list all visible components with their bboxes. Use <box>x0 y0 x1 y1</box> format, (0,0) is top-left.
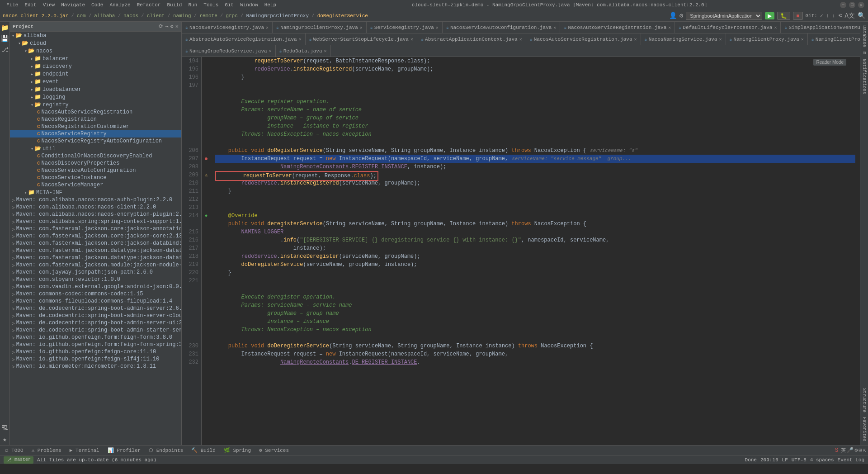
tree-item-maven19[interactable]: ▷Maven: de.codecentric:spring-boot-admin… <box>10 327 181 334</box>
tree-item-maven9[interactable]: ▷Maven: com.fasterxml.jackson.datatype:j… <box>10 254 181 261</box>
expand-icon[interactable]: ⇱ <box>863 447 866 454</box>
tree-item-maven23[interactable]: ▷Maven: io.github.openfeign:feign-slf4j:… <box>10 356 181 363</box>
tab-tab-row-1-3[interactable]: ☕NacosServiceAutoConfiguration.java✕ <box>443 22 561 33</box>
menu-bar[interactable]: File Edit View Navigate Code Analyze Ref… <box>4 1 279 9</box>
tree-item-maven17[interactable]: ▷Maven: de.codecentric:spring-boot-admin… <box>10 312 181 319</box>
tab-close[interactable]: ✕ <box>634 37 637 42</box>
code-area[interactable]: requestToServer(request, BatchInstanceRe… <box>211 57 860 445</box>
tree-item-endpoint[interactable]: ▸📁endpoint <box>10 70 181 78</box>
menu-code[interactable]: Code <box>89 1 106 9</box>
tab-tab-row-2-2[interactable]: ☕AbstractApplicationContext.java✕ <box>417 33 526 45</box>
tab-tab-row-1-2[interactable]: ☕ServiceRegistry.java✕ <box>367 22 443 33</box>
menu-refactor[interactable]: Refactor <box>134 1 164 9</box>
tab-close[interactable]: ✕ <box>519 37 522 42</box>
tree-item-maven24[interactable]: ▷Maven: io.micrometer:micrometer-core:1.… <box>10 363 181 370</box>
bottom-tab-spring[interactable]: 🌿 Spring <box>220 446 255 454</box>
tab-tab-row-3-1[interactable]: ☕RedoData.java✕ <box>276 45 331 57</box>
tree-item-cloud[interactable]: ▾📂cloud <box>10 39 181 47</box>
breadcrumb-grpc[interactable]: grpc <box>226 13 237 19</box>
tab-close[interactable]: ✕ <box>719 37 722 42</box>
tree-item-maven3[interactable]: ▷Maven: com.alibaba.nacos:nacos-encrypti… <box>10 211 181 218</box>
tree-item-NacosDiscoveryProperties[interactable]: CNacosDiscoveryProperties <box>10 160 181 167</box>
tree-item-discovery[interactable]: ▸📁discovery <box>10 62 181 70</box>
tree-item-maven12[interactable]: ▷Maven: com.stoyanr:evictor:1.0.0 <box>10 276 181 283</box>
maximize-btn[interactable]: □ <box>849 2 855 8</box>
microphone-icon[interactable]: 🎤 <box>847 447 854 454</box>
window-controls[interactable]: ─ □ ✕ <box>840 2 864 8</box>
bottom-tab-endpoints[interactable]: ⬡ Endpoints <box>145 446 187 454</box>
commit-icon[interactable]: 💾 <box>1 34 9 43</box>
menu-navigate[interactable]: Navigate <box>58 1 88 9</box>
menu-view[interactable]: View <box>40 1 57 9</box>
menu-tools[interactable]: Tools <box>201 1 221 9</box>
tree-item-ConditionalOnNacosDiscoveryEnabled[interactable]: CConditionalOnNacosDiscoveryEnabled <box>10 152 181 160</box>
tree-item-NacosAutoServiceRegistration[interactable]: CNacosAutoServiceRegistration <box>10 109 181 116</box>
layout-icon[interactable]: ⊞ <box>859 447 862 454</box>
tree-item-maven8[interactable]: ▷Maven: com.fasterxml.jackson.datatype:j… <box>10 247 181 254</box>
tree-item-loadbalancer[interactable]: ▸📁loadbalancer <box>10 85 181 93</box>
menu-build[interactable]: Build <box>164 1 184 9</box>
tree-item-event[interactable]: ▸📁event <box>10 78 181 85</box>
tree-item-NacosServiceAutoConfiguration[interactable]: CNacosServiceAutoConfiguration <box>10 167 181 174</box>
tab-close[interactable]: ✕ <box>801 37 804 42</box>
tree-item-util[interactable]: ▾📂util <box>10 145 181 152</box>
tree-item-maven1[interactable]: ▷Maven: com.alibaba.nacos:nacos-auth-plu… <box>10 196 181 204</box>
minimize-btn[interactable]: ─ <box>840 2 846 8</box>
event-log-btn[interactable]: Event Log <box>838 457 864 463</box>
structure-icon[interactable]: 🏗 <box>1 424 9 432</box>
breadcrumb-com[interactable]: com <box>77 13 86 19</box>
favorites-side-tab[interactable]: Favorites <box>861 415 867 443</box>
tab-close[interactable]: ✕ <box>668 25 671 30</box>
breadcrumb-method[interactable]: doRegisterService <box>317 13 368 19</box>
database-tab[interactable]: Database <box>861 24 867 49</box>
tree-item-alibaba[interactable]: ▾📂alibaba <box>10 32 181 39</box>
tab-tab-row-1-4[interactable]: ☕NacosAutoServiceRegistration.java✕ <box>560 22 675 33</box>
tree-item-NacosServiceInstance[interactable]: CNacosServiceInstance <box>10 174 181 181</box>
tab-tab-row-1-6[interactable]: ☕SimpleApplicationEventMulticaster.java✕ <box>781 22 868 33</box>
breadcrumb-nacos[interactable]: nacos <box>123 13 138 19</box>
tree-item-maven10[interactable]: ▷Maven: com.fasterxml.jackson.module:jac… <box>10 261 181 269</box>
breadcrumb-alibaba[interactable]: alibaba <box>94 13 115 19</box>
tree-item-maven22[interactable]: ▷Maven: io.github.openfeign:feign-core:1… <box>10 348 181 356</box>
project-icon[interactable]: 📁 <box>1 24 9 32</box>
tree-item-maven2[interactable]: ▷Maven: com.alibaba.nacos:nacos-client:2… <box>10 204 181 211</box>
tree-item-maven4[interactable]: ▷Maven: com.alibaba.spring:spring-contex… <box>10 218 181 225</box>
close-panel-icon[interactable]: ✕ <box>175 23 179 30</box>
sonar-icon[interactable]: S <box>835 447 838 454</box>
tree-item-nacos[interactable]: ▾📂nacos <box>10 47 181 55</box>
tree-item-registry[interactable]: ▾📂registry <box>10 101 181 109</box>
tab-close[interactable]: ✕ <box>774 25 777 30</box>
search-icon[interactable]: 🔍 <box>858 12 865 19</box>
translate-icon[interactable]: A文 <box>845 12 855 20</box>
tab-close[interactable]: ✕ <box>299 37 302 42</box>
breadcrumb-client[interactable]: client <box>147 13 165 19</box>
structure-side-tab[interactable]: Structure <box>861 386 867 414</box>
tab-tab-row-1-0[interactable]: ☕NacosServiceRegistry.java✕ <box>182 22 273 33</box>
bottom-tab-problems[interactable]: ⚠ Problems <box>28 446 65 454</box>
breadcrumb-jar[interactable]: nacos-client-2.2.0.jar <box>3 13 68 19</box>
tree-item-NacosRegistration[interactable]: CNacosRegistration <box>10 116 181 123</box>
tree-item-maven18[interactable]: ▷Maven: de.codecentric:spring-boot-admin… <box>10 319 181 327</box>
tree-item-logging[interactable]: ▸📁logging <box>10 93 181 101</box>
tab-close[interactable]: ✕ <box>436 25 439 30</box>
tree-item-maven13[interactable]: ▷Maven: com.vaadin.external.google:andro… <box>10 283 181 290</box>
tree-item-META-INF[interactable]: ▸📁META-INF <box>10 189 181 196</box>
tab-close[interactable]: ✕ <box>324 48 327 54</box>
bottom-tab-build[interactable]: 🔨 Build <box>188 446 219 454</box>
tab-close[interactable]: ✕ <box>410 37 413 42</box>
tree-item-NacosServiceManager[interactable]: CNacosServiceManager <box>10 181 181 189</box>
close-btn[interactable]: ✕ <box>858 2 864 8</box>
collapse-icon[interactable]: ⇥ <box>165 23 168 30</box>
tree-item-maven7[interactable]: ▷Maven: com.fasterxml.jackson.core:jacks… <box>10 240 181 247</box>
tab-close[interactable]: ✕ <box>269 48 272 54</box>
debug-button[interactable]: 🐛 <box>777 12 790 20</box>
tree-item-maven20[interactable]: ▷Maven: io.github.openfeign.form:feign-f… <box>10 334 181 341</box>
tree-item-maven15[interactable]: ▷Maven: commons-fileupload:commons-fileu… <box>10 298 181 305</box>
tree-item-balancer[interactable]: ▸📁balancer <box>10 55 181 62</box>
settings-icon-bottom[interactable]: ⚙ <box>854 447 858 454</box>
tab-close[interactable]: ✕ <box>553 25 556 30</box>
tab-tab-row-1-1[interactable]: ☕NamingGrpcClientProxy.java✕ <box>273 22 367 33</box>
sync-icon[interactable]: ⟳ <box>159 23 163 30</box>
m-tab[interactable]: m <box>861 50 867 56</box>
stop-button[interactable]: ■ <box>793 12 802 20</box>
